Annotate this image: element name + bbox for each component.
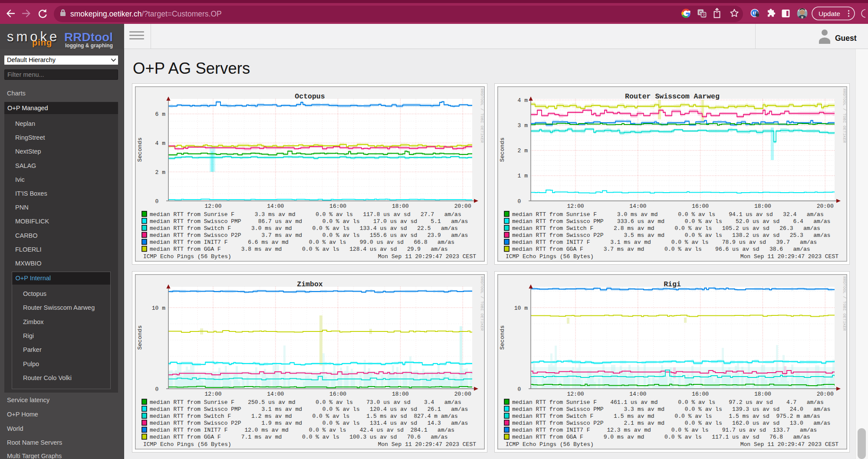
svg-text:Update: Update (819, 10, 840, 17)
svg-text:14:00: 14:00 (629, 391, 646, 397)
svg-text:文: 文 (702, 13, 706, 17)
svg-text:0: 0 (155, 386, 165, 393)
svg-text:18:00: 18:00 (392, 203, 409, 210)
svg-text:median RTT from INIT7 F 6: median RTT from INIT7 F 6.6 ms av md 0.0… (150, 239, 454, 246)
svg-text:4 m: 4 m (518, 97, 528, 104)
svg-text:Router Swisscom Aarweg: Router Swisscom Aarweg (625, 92, 720, 101)
svg-text:10 m: 10 m (514, 305, 528, 311)
svg-text:median RTT from Sunrise F 4: median RTT from Sunrise F 461.1 us av md… (512, 399, 824, 406)
svg-text:Octopus: Octopus (295, 92, 325, 101)
svg-text:ICMP Echo Pings (56 Bytes): ICMP Echo Pings (56 Bytes) (143, 253, 231, 260)
svg-text:Seconds: Seconds (499, 325, 506, 350)
svg-text:median RTT from INIT7 F 3: median RTT from INIT7 F 3.1 ms av md 0.0… (512, 239, 817, 246)
svg-text:10 m: 10 m (152, 305, 165, 311)
svg-text:16:00: 16:00 (692, 203, 709, 210)
svg-text:Mon Sep 11 20:29:47 2023 CEST: Mon Sep 11 20:29:47 2023 CEST (740, 441, 838, 448)
svg-text:Seconds: Seconds (137, 138, 143, 162)
svg-text:0: 0 (155, 198, 165, 205)
svg-text:18:00: 18:00 (754, 203, 771, 210)
svg-text:RRDTOOL / TOBI OETIKER: RRDTOOL / TOBI OETIKER (842, 276, 847, 331)
svg-text:0: 0 (518, 386, 528, 393)
svg-text:2 m: 2 m (518, 148, 528, 154)
svg-text:12:00: 12:00 (567, 203, 584, 210)
svg-text:Mon Sep 11 20:29:47 2023 CEST: Mon Sep 11 20:29:47 2023 CEST (378, 441, 476, 448)
svg-text:median RTT from Swissco P2P: median RTT from Swissco P2P 2.1 ms av md… (512, 420, 830, 426)
svg-text:20:00: 20:00 (817, 391, 834, 397)
svg-text:Seconds: Seconds (499, 138, 506, 162)
svg-text:median RTT from INIT7 F 12: median RTT from INIT7 F 12.3 ms av md 0.… (512, 427, 817, 433)
svg-text:RRDTOOL / TOBI OETIKER: RRDTOOL / TOBI OETIKER (480, 89, 484, 143)
svg-text:ICMP Echo Pings (56 Bytes): ICMP Echo Pings (56 Bytes) (143, 441, 231, 448)
svg-text:12:00: 12:00 (204, 203, 221, 210)
svg-text:0: 0 (518, 198, 528, 205)
svg-text:median RTT from GGA F 7.1: median RTT from GGA F 7.1 ms av md 0.0 %… (150, 434, 448, 440)
svg-text:median RTT from Sunrise F 2: median RTT from Sunrise F 250.5 us av md… (150, 399, 461, 406)
svg-text:median RTT from Swissco P2P: median RTT from Swissco P2P 1.9 ms av md… (150, 420, 468, 426)
svg-text:20:00: 20:00 (454, 203, 471, 210)
svg-text:ICMP Echo Pings (56 Bytes): ICMP Echo Pings (56 Bytes) (506, 253, 594, 260)
svg-text:20:00: 20:00 (817, 203, 834, 210)
svg-text:2 m: 2 m (155, 169, 166, 176)
svg-text:Mon Sep 11 20:29:47 2023 CEST: Mon Sep 11 20:29:47 2023 CEST (740, 253, 838, 260)
svg-text:RRDTOOL / TOBI OETIKER: RRDTOOL / TOBI OETIKER (842, 89, 847, 143)
svg-text:median RTT from INIT7 F 12: median RTT from INIT7 F 12.0 ms av md 0.… (150, 427, 454, 433)
svg-text:Zimbox: Zimbox (297, 280, 323, 289)
svg-text:12:00: 12:00 (204, 391, 221, 397)
svg-text:4 m: 4 m (155, 140, 166, 147)
svg-text:median RTT from GGA F 9.0: median RTT from GGA F 9.0 ms av md 0.0 %… (512, 434, 810, 440)
svg-text:18:00: 18:00 (392, 391, 409, 397)
svg-text:Rigi: Rigi (664, 280, 681, 289)
svg-text:median RTT from Swissco PMP: median RTT from Swissco PMP 3.1 ms av md… (150, 406, 468, 413)
svg-text:16:00: 16:00 (329, 203, 346, 210)
svg-text:median RTT from GGA F 3.7: median RTT from GGA F 3.7 ms av md 0.0 %… (512, 246, 810, 252)
svg-text:ICMP Echo Pings (56 Bytes): ICMP Echo Pings (56 Bytes) (506, 441, 594, 448)
svg-text:median RTT from Switch F: median RTT from Switch F 3.0 ms av md 0.… (150, 225, 458, 232)
svg-text:Mon Sep 11 20:29:47 2023 CEST: Mon Sep 11 20:29:47 2023 CEST (378, 253, 476, 260)
svg-text:6 m: 6 m (155, 111, 166, 118)
svg-text:14:00: 14:00 (267, 391, 284, 397)
svg-text:Seconds: Seconds (137, 325, 143, 350)
svg-text:median RTT from Swissco P2P: median RTT from Swissco P2P 3.7 ms av md… (150, 232, 468, 239)
svg-text:median RTT from Swissco PMP: median RTT from Swissco PMP 86.7 us av m… (150, 218, 468, 225)
svg-text:median RTT from Switch F: median RTT from Switch F 2.8 ms av md 0.… (512, 225, 820, 232)
svg-text:3 m: 3 m (518, 122, 528, 129)
svg-text:16:00: 16:00 (329, 391, 346, 397)
svg-text:median RTT from Swissco P2P: median RTT from Swissco P2P 3.5 ms av md… (512, 232, 830, 239)
svg-text:18:00: 18:00 (754, 391, 771, 397)
svg-text:RRDTOOL / TOBI OETIKER: RRDTOOL / TOBI OETIKER (480, 276, 484, 331)
svg-text:12:00: 12:00 (567, 391, 584, 397)
svg-text:median RTT from Sunrise F: median RTT from Sunrise F 3.3 ms av md 0… (150, 211, 461, 218)
svg-text:median RTT from Switch F: median RTT from Switch F 1.2 ms av md 0.… (150, 413, 458, 420)
svg-text:14:00: 14:00 (267, 203, 284, 210)
svg-text:median RTT from Sunrise F: median RTT from Sunrise F 3.0 ms av md 0… (512, 211, 824, 218)
svg-text:median RTT from GGA F 3.8: median RTT from GGA F 3.8 ms av md 0.0 %… (150, 246, 448, 252)
svg-text:14:00: 14:00 (629, 203, 646, 210)
svg-text:16:00: 16:00 (692, 391, 709, 397)
svg-text:median RTT from Swissco PMP: median RTT from Swissco PMP 333.6 us av … (512, 218, 830, 225)
svg-text:median RTT from Switch F: median RTT from Switch F 1.5 ms av md 0.… (512, 413, 820, 420)
svg-text:median RTT from Swissco PMP: median RTT from Swissco PMP 3.3 ms av md… (512, 406, 830, 413)
svg-text:1 m: 1 m (518, 173, 528, 179)
svg-text:20:00: 20:00 (454, 391, 471, 397)
